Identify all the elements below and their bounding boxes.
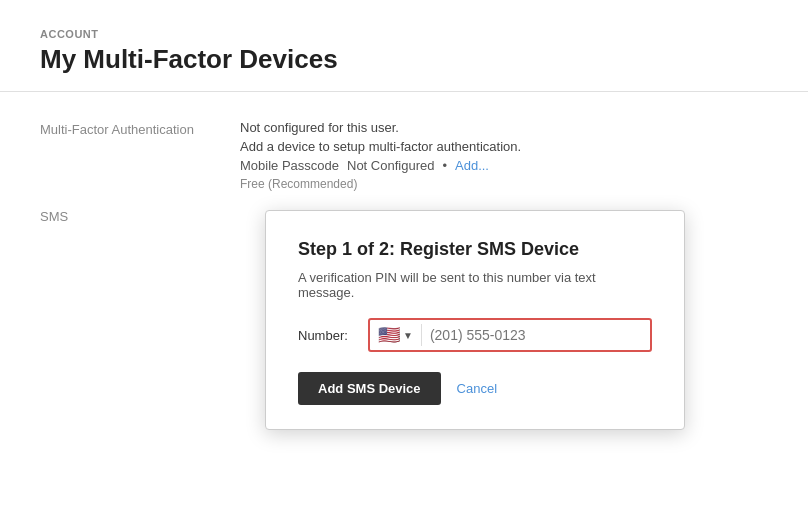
number-label: Number:	[298, 328, 358, 343]
modal-title: Step 1 of 2: Register SMS Device	[298, 239, 652, 260]
account-label: ACCOUNT	[40, 28, 768, 40]
header: ACCOUNT My Multi-Factor Devices	[0, 0, 808, 92]
sms-label: SMS	[40, 207, 240, 224]
register-sms-modal: Step 1 of 2: Register SMS Device A verif…	[265, 210, 685, 430]
phone-input-wrapper: 🇺🇸 ▼	[368, 318, 652, 352]
cancel-link[interactable]: Cancel	[457, 381, 497, 396]
phone-number-input[interactable]	[430, 327, 642, 343]
number-row: Number: 🇺🇸 ▼	[298, 318, 652, 352]
mfa-row: Multi-Factor Authentication Not configur…	[40, 120, 768, 191]
device-name: Mobile Passcode	[240, 158, 339, 173]
page: ACCOUNT My Multi-Factor Devices Multi-Fa…	[0, 0, 808, 510]
us-flag-icon: 🇺🇸	[378, 324, 400, 346]
modal-description: A verification PIN will be sent to this …	[298, 270, 652, 300]
country-flag-selector[interactable]: 🇺🇸 ▼	[378, 324, 422, 346]
not-configured-status: Not Configured	[347, 158, 434, 173]
mfa-info: Not configured for this user. Add a devi…	[240, 120, 521, 191]
add-mobile-passcode-link[interactable]: Add...	[455, 158, 489, 173]
chevron-down-icon: ▼	[403, 330, 413, 341]
mfa-label: Multi-Factor Authentication	[40, 120, 240, 191]
mfa-device-row: Mobile Passcode Not Configured • Add...	[240, 158, 521, 173]
separator-dot: •	[442, 158, 447, 173]
page-title: My Multi-Factor Devices	[40, 44, 768, 75]
add-sms-button[interactable]: Add SMS Device	[298, 372, 441, 405]
mfa-desc-line2: Add a device to setup multi-factor authe…	[240, 139, 521, 154]
mfa-desc-line1: Not configured for this user.	[240, 120, 521, 135]
modal-actions: Add SMS Device Cancel	[298, 372, 652, 405]
free-recommended-label: Free (Recommended)	[240, 177, 521, 191]
